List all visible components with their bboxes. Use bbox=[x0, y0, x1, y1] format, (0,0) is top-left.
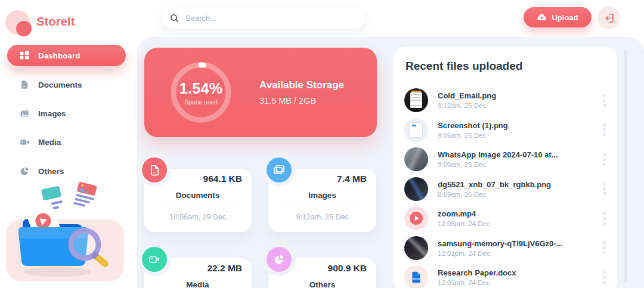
sidebar-item-documents[interactable]: Documents bbox=[7, 74, 126, 95]
file-time: 9:06am, 25 Dec bbox=[438, 132, 600, 139]
file-time: 12:01pm, 24 Dec bbox=[438, 279, 600, 286]
storage-card: 1.54% Space used Available Storage 31.5 … bbox=[144, 48, 377, 137]
file-time: 8:59am, 25 Dec bbox=[438, 191, 600, 198]
file-name: Screenshot (1).png bbox=[438, 121, 600, 130]
file-thumbnail-email-screenshot bbox=[404, 88, 428, 112]
file-row[interactable]: samsung-memory-qTl9LjV6Gz0-... 12:01pm, … bbox=[404, 236, 608, 260]
upload-label: Upload bbox=[552, 13, 578, 22]
sidebar-item-label: Others bbox=[38, 167, 64, 176]
file-thumbnail-docx: DOCX bbox=[404, 265, 428, 288]
file-options-menu-icon[interactable] bbox=[600, 239, 608, 256]
images-icon bbox=[20, 109, 30, 119]
sidebar-item-dashboard[interactable]: Dashboard bbox=[7, 45, 126, 66]
file-name: samsung-memory-qTl9LjV6Gz0-... bbox=[438, 239, 600, 248]
images-label: Images bbox=[268, 191, 376, 200]
file-name: dg5521_xnb_07_bk_rgbkb.png bbox=[438, 180, 600, 189]
file-name: zoom.mp4 bbox=[438, 209, 600, 218]
storage-title: Available Storage bbox=[259, 79, 344, 91]
file-time: 12:01pm, 24 Dec bbox=[438, 250, 600, 257]
file-row[interactable]: WhatsApp Image 2024-07-10 at... 9:00am, … bbox=[404, 147, 608, 171]
storage-caption: Space used bbox=[184, 98, 217, 106]
sidebar: Dashboard Documents Images Media Others bbox=[0, 37, 137, 288]
logout-icon bbox=[603, 13, 615, 24]
file-options-menu-icon[interactable] bbox=[600, 180, 608, 197]
document-icon bbox=[20, 80, 30, 90]
file-row[interactable]: DOCX Research Paper.docx 12:01pm, 24 Dec bbox=[404, 265, 608, 288]
file-row[interactable]: dg5521_xnb_07_bk_rgbkb.png 8:59am, 25 De… bbox=[404, 177, 608, 201]
file-row[interactable]: zoom.mp4 12:06pm, 24 Dec bbox=[404, 206, 608, 230]
file-time: 12:06pm, 24 Dec bbox=[438, 220, 600, 227]
media-label: Media bbox=[144, 280, 252, 288]
file-time: 9:00am, 25 Dec bbox=[438, 161, 600, 168]
cloud-upload-icon bbox=[537, 13, 547, 23]
upload-button[interactable]: Upload bbox=[524, 7, 592, 27]
others-label: Others bbox=[268, 280, 376, 288]
file-thumbnail-screenshot bbox=[404, 118, 428, 142]
divider bbox=[153, 206, 242, 206]
svg-text:DOCX: DOCX bbox=[413, 277, 420, 280]
sidebar-item-label: Documents bbox=[38, 80, 82, 89]
play-icon bbox=[409, 211, 423, 225]
images-updated: 9:12am, 25 Dec bbox=[268, 213, 376, 221]
storage-usage: 31.5 MB / 2GB bbox=[259, 96, 344, 106]
others-icon bbox=[20, 166, 30, 176]
file-options-menu-icon[interactable] bbox=[600, 210, 608, 227]
content-area: 1.54% Space used Available Storage 31.5 … bbox=[137, 37, 644, 288]
file-options-menu-icon[interactable] bbox=[600, 269, 608, 286]
documents-size: 964.1 KB bbox=[203, 174, 242, 184]
docx-icon: DOCX bbox=[410, 271, 423, 284]
file-options-menu-icon[interactable] bbox=[600, 151, 608, 168]
sidebar-item-images[interactable]: Images bbox=[7, 103, 126, 124]
file-options-menu-icon[interactable] bbox=[600, 121, 608, 138]
file-name: WhatsApp Image 2024-07-10 at... bbox=[438, 150, 600, 159]
app-root: StoreIt Upload Dashboard Documents bbox=[0, 0, 644, 288]
sidebar-item-label: Dashboard bbox=[38, 51, 80, 60]
storage-percent: 1.54% bbox=[179, 80, 222, 97]
brand-name: StoreIt bbox=[36, 15, 75, 29]
file-thumbnail-video bbox=[404, 206, 428, 230]
file-name: Research Paper.docx bbox=[438, 268, 600, 277]
dashboard-icon bbox=[20, 51, 30, 61]
brand-logo: StoreIt bbox=[5, 8, 94, 37]
sidebar-item-media[interactable]: Media bbox=[7, 131, 126, 153]
logo-circle-dark bbox=[16, 21, 32, 36]
file-time: 9:12am, 25 Dec bbox=[438, 102, 600, 109]
search-input[interactable] bbox=[185, 14, 357, 23]
search-icon bbox=[169, 13, 179, 23]
images-category-icon bbox=[267, 157, 292, 182]
file-row[interactable]: Screenshot (1).png 9:06am, 25 Dec bbox=[404, 118, 608, 142]
sidebar-item-label: Images bbox=[38, 109, 66, 118]
file-thumbnail-dark-photo bbox=[404, 236, 428, 260]
logout-button[interactable] bbox=[597, 7, 620, 29]
media-size: 22.2 MB bbox=[207, 263, 242, 274]
storage-gauge: 1.54% Space used bbox=[168, 59, 234, 126]
media-icon bbox=[20, 137, 30, 147]
recent-files-title: Recent files uploaded bbox=[405, 60, 522, 73]
recent-files-list: Cold_Email.png 9:12am, 25 Dec Screenshot… bbox=[404, 88, 608, 288]
scrollbar-thumb[interactable] bbox=[624, 50, 627, 283]
recent-files-panel: Recent files uploaded Cold_Email.png 9:1… bbox=[394, 47, 617, 288]
search-bar bbox=[161, 7, 365, 29]
others-size: 900.9 KB bbox=[328, 263, 367, 274]
others-category-icon bbox=[267, 247, 292, 272]
file-row[interactable]: Cold_Email.png 9:12am, 25 Dec bbox=[404, 88, 608, 112]
file-name: Cold_Email.png bbox=[438, 91, 600, 100]
media-category-icon bbox=[142, 247, 167, 272]
images-size: 7.4 MB bbox=[337, 174, 367, 184]
file-thumbnail-keyboard-photo bbox=[404, 177, 428, 201]
file-thumbnail-photo bbox=[404, 147, 428, 171]
sidebar-item-label: Media bbox=[38, 138, 61, 147]
documents-label: Documents bbox=[144, 191, 252, 200]
documents-category-icon bbox=[142, 157, 167, 182]
folder-search-illustration bbox=[5, 178, 126, 288]
file-options-menu-icon[interactable] bbox=[600, 92, 608, 109]
divider bbox=[278, 206, 367, 206]
documents-updated: 10:56am, 29 Dec bbox=[144, 213, 252, 221]
